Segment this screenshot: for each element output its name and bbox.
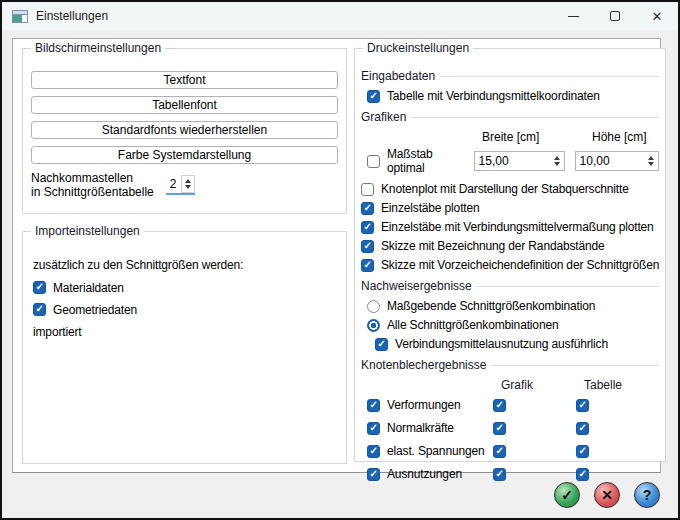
import-intro: zusätzlich zu den Schnittgrößen werden: [33, 258, 336, 272]
gusset-column-headers: Grafik Tabelle [375, 378, 659, 392]
alle-kombinationen-radio[interactable] [367, 319, 380, 332]
checkbox-row-knotenplot: Knotenplot mit Darstellung der Stabquers… [361, 182, 659, 196]
gusset-row-verformungen: Verformungen [367, 398, 659, 412]
import-outro: importiert [33, 325, 336, 339]
close-icon: ✕ [652, 10, 663, 23]
restore-default-fonts-button[interactable]: Standardfonts wiederherstellen [31, 121, 338, 139]
scale-optimal-checkbox[interactable] [367, 155, 380, 168]
checkbox-row-geometriedaten: Geometriedaten [33, 303, 336, 317]
footer: ✓ ✕ ? [2, 471, 678, 518]
tablefont-button[interactable]: Tabellenfont [31, 96, 338, 114]
height-spinfield[interactable]: 10,00 [575, 151, 660, 171]
verformungen-grafik-checkbox[interactable] [493, 399, 506, 412]
height-value: 10,00 [576, 154, 645, 168]
checkbox-row-ausnutzung: Verbindungsmittelausnutzung ausführlich [375, 337, 659, 351]
materialdaten-checkbox[interactable] [33, 281, 46, 294]
app-icon [12, 10, 28, 23]
group-title: Importeinstellungen [31, 224, 144, 238]
width-spinfield[interactable]: 15,00 [474, 151, 565, 171]
spin-up-icon[interactable] [554, 156, 560, 160]
randabstaende-checkbox[interactable] [361, 240, 374, 253]
section-input-data: Eingabedaten [361, 69, 659, 83]
decimals-label: Nachkommastellen in Schnittgrößentabelle [31, 171, 154, 199]
section-divider [440, 76, 659, 77]
width-value: 15,00 [475, 154, 550, 168]
radio-row-massgebende: Maßgebende Schnittgrößenkombination [367, 299, 659, 313]
normalkraefte-tabelle-checkbox[interactable] [576, 422, 589, 435]
minimize-icon [568, 16, 579, 17]
right-column: Druckeinstellungen Eingabedaten Tabelle … [354, 48, 666, 464]
close-button[interactable]: ✕ [636, 2, 678, 30]
checkbox-row-materialdaten: Materialdaten [33, 281, 336, 295]
window-controls: ✕ [552, 2, 678, 30]
group-title: Bildschirmeinstellungen [31, 41, 165, 55]
verformungen-checkbox[interactable] [367, 399, 380, 412]
spannungen-tabelle-checkbox[interactable] [576, 445, 589, 458]
size-column-headers: Breite [cm] Höhe [cm] [361, 130, 659, 144]
decimals-spin-buttons[interactable] [181, 175, 195, 193]
minimize-button[interactable] [552, 2, 594, 30]
section-divider [411, 117, 659, 118]
spannungen-checkbox[interactable] [367, 445, 380, 458]
ausnutzung-ausfuehrlich-checkbox[interactable] [375, 338, 388, 351]
spin-down-icon[interactable] [648, 162, 654, 166]
section-verification-results: Nachweisergebnisse [361, 279, 659, 293]
textfont-button[interactable]: Textfont [31, 71, 338, 89]
group-import-settings: Importeinstellungen zusätzlich zu den Sc… [22, 231, 347, 464]
width-header: Breite [cm] [482, 130, 592, 144]
section-graphics: Grafiken [361, 110, 659, 124]
group-title: Druckeinstellungen [363, 41, 473, 55]
spin-up-icon[interactable] [185, 179, 191, 183]
checkbox-row-einzelstaebe: Einzelstäbe plotten [361, 201, 659, 215]
check-icon: ✓ [561, 487, 573, 503]
normalkraefte-grafik-checkbox[interactable] [493, 422, 506, 435]
gusset-row-normalkraefte: Normalkräfte [367, 421, 659, 435]
section-divider [491, 365, 659, 366]
question-icon: ? [643, 487, 652, 503]
decimals-row: Nachkommastellen in Schnittgrößentabelle… [31, 171, 338, 199]
help-button[interactable]: ? [634, 482, 660, 508]
checkbox-label: Geometriedaten [53, 303, 137, 317]
checkbox-row-vorzeichen: Skizze mit Vorzeicheichendefinition der … [361, 258, 659, 272]
spin-down-icon[interactable] [554, 162, 560, 166]
settings-dialog: Einstellungen ✕ Bildschirmeinstellungen … [0, 0, 680, 520]
geometriedaten-checkbox[interactable] [33, 303, 46, 316]
cancel-button[interactable]: ✕ [594, 482, 620, 508]
radio-row-alle: Alle Schnittgrößenkombinationen [367, 318, 659, 332]
cross-icon: ✕ [601, 487, 613, 503]
height-header: Höhe [cm] [592, 130, 647, 144]
decimals-spinner[interactable]: 2 [166, 175, 196, 195]
maximize-button[interactable] [594, 2, 636, 30]
window-title: Einstellungen [36, 9, 108, 23]
height-spin-buttons[interactable] [644, 156, 658, 166]
group-print-settings: Druckeinstellungen Eingabedaten Tabelle … [354, 48, 666, 462]
system-color-button[interactable]: Farbe Systemdarstellung [31, 146, 338, 164]
vermassung-checkbox[interactable] [361, 221, 374, 234]
spannungen-grafik-checkbox[interactable] [493, 445, 506, 458]
checkbox-row-coordinates: Tabelle mit Verbindungsmittelkoordinaten [367, 89, 659, 103]
verformungen-tabelle-checkbox[interactable] [576, 399, 589, 412]
ok-button[interactable]: ✓ [554, 482, 580, 508]
spin-up-icon[interactable] [648, 156, 654, 160]
grafik-header: Grafik [501, 378, 584, 392]
section-gusset-results: Knotenblechergebnisse [361, 358, 659, 372]
gusset-row-spannungen: elast. Spannungen [367, 444, 659, 458]
width-spin-buttons[interactable] [550, 156, 564, 166]
content-panel: Bildschirmeinstellungen Textfont Tabelle… [12, 38, 661, 473]
maximize-icon [610, 11, 620, 21]
group-screen-settings: Bildschirmeinstellungen Textfont Tabelle… [22, 48, 347, 214]
knotenplot-checkbox[interactable] [361, 183, 374, 196]
tabelle-header: Tabelle [584, 378, 659, 392]
massgebende-radio[interactable] [367, 300, 380, 313]
vorzeichen-checkbox[interactable] [361, 259, 374, 272]
decimals-value: 2 [166, 175, 182, 193]
checkbox-row-vermassung: Einzelstäbe mit Verbindungsmittelvermaßu… [361, 220, 659, 234]
title-bar[interactable]: Einstellungen ✕ [2, 2, 678, 30]
coordinates-table-checkbox[interactable] [367, 90, 380, 103]
checkbox-row-randabstaende: Skizze mit Bezeichnung der Randabstände [361, 239, 659, 253]
left-column: Bildschirmeinstellungen Textfont Tabelle… [22, 48, 347, 464]
checkbox-label: Materialdaten [53, 281, 124, 295]
normalkraefte-checkbox[interactable] [367, 422, 380, 435]
einzelstaebe-checkbox[interactable] [361, 202, 374, 215]
spin-down-icon[interactable] [185, 185, 191, 189]
